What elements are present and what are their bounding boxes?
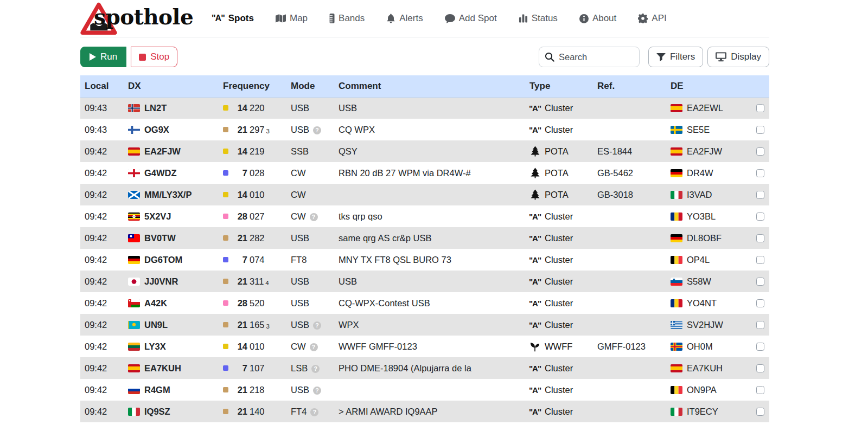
spot-checkbox[interactable] [756,234,764,242]
filters-button[interactable]: Filters [648,47,703,67]
table-row[interactable]: 09:42 JJ0VNR 21 311 4 USB USB "A"Cluster… [80,271,769,292]
run-button[interactable]: Run [80,47,126,67]
filters-button-label: Filters [670,51,695,62]
bands-icon [329,14,335,23]
flag-aland-icon [671,343,682,351]
spot-checkbox-cell [746,227,769,249]
spot-ref: GMFF-0123 [593,336,666,357]
mode-label: USB [291,276,309,286]
spot-type-cell: POTA [525,162,593,184]
frequency-khz: 219 [250,146,265,157]
table-row[interactable]: 09:42 BV0TW 21 282 USB same qrg AS cr&p … [80,227,769,249]
spot-comment: RBN 20 dB 27 WPM via DR4W-# [334,162,525,184]
spot-checkbox[interactable] [756,256,764,264]
nav-item-map[interactable]: Map [276,13,308,24]
spot-dx-cell: OG9X [124,119,219,140]
display-button[interactable]: Display [707,47,769,67]
cluster-antenna-icon: "A" [529,277,540,286]
stop-button[interactable]: Stop [131,47,177,67]
de-callsign: DL8OBF [687,233,722,243]
spot-checkbox[interactable] [756,343,764,351]
spot-type-cell: "A"Cluster [525,314,593,336]
spot-de-cell: EA2EWL [666,97,746,119]
spot-comment [334,379,525,401]
spot-checkbox[interactable] [756,278,764,286]
mode-label: LSB [291,363,308,373]
nav-item-status[interactable]: Status [519,13,558,24]
frequency-khz: 010 [250,190,265,200]
table-row[interactable]: 09:43 LN2T 14 220 USB USB "A"Cluster EA2… [80,97,769,119]
spot-ref: ES-1844 [593,140,666,162]
spot-mode-cell: CW [286,184,334,205]
pota-tree-icon [529,168,540,178]
spot-ref [593,379,666,401]
table-row[interactable]: 09:42 EA2FJW 14 219 SSB QSY POTA ES-1844… [80,140,769,162]
frequency-khz: 311 [250,276,264,287]
spot-checkbox[interactable] [756,126,764,134]
frequency-khz: 297 [250,125,265,135]
spot-checkbox-cell [746,401,769,422]
spot-ref [593,205,666,227]
type-label: WWFF [545,342,572,352]
table-row[interactable]: 09:42 A42K 28 520 USB CQ-WPX-Contest USB… [80,292,769,314]
table-row[interactable]: 09:42 5X2VJ 28 027 CW? tks qrp qso "A"Cl… [80,205,769,227]
mode-label: FT4 [291,407,307,416]
spot-mode-cell: USB [286,292,334,314]
table-row[interactable]: 09:42 EA7KUH 7 107 LSB? PHO DME-18904 (A… [80,357,769,379]
table-row[interactable]: 09:42 IQ9SZ 21 140 FT4? > ARMI AWARD IQ9… [80,401,769,422]
nav-item-add-spot[interactable]: Add Spot [445,13,497,24]
spot-checkbox[interactable] [756,169,764,177]
table-row[interactable]: 09:42 LY3X 14 010 CW? WWFF GMFF-0123 WWF… [80,336,769,357]
de-callsign: YO4NT [687,298,717,308]
spot-type-cell: "A"Cluster [525,205,593,227]
spot-local-time: 09:42 [80,249,124,271]
mode-label: USB [291,320,309,330]
flag-norway-icon [128,104,140,112]
spot-checkbox[interactable] [756,299,764,307]
type-label: Cluster [545,125,573,135]
table-row[interactable]: 09:42 UN9L 21 165 3 USB? WPX "A"Cluster … [80,314,769,336]
spot-mode-cell: FT8 [286,249,334,271]
mode-label: CW [291,168,306,178]
dx-callsign: LY3X [144,342,166,351]
dx-callsign: A42K [144,298,167,308]
spot-frequency-cell: 28 027 [219,205,286,227]
flag-kazakhstan-icon [128,321,140,329]
table-row[interactable]: 09:42 R4GM 21 218 USB? "A"Cluster ON9PA [80,379,769,401]
search-icon [545,52,554,64]
spot-checkbox[interactable] [756,147,764,156]
table-row[interactable]: 09:42 DG6TOM 7 074 FT8 MNY TX FT8 QSL BU… [80,249,769,271]
band-color-swatch [223,300,228,306]
spot-checkbox[interactable] [756,212,764,221]
spot-type-cell: "A"Cluster [525,379,593,401]
frequency-khz: 140 [250,407,265,417]
table-row[interactable]: 09:42 G4WDZ 7 028 CW RBN 20 dB 27 WPM vi… [80,162,769,184]
spot-checkbox[interactable] [756,386,764,394]
band-color-swatch [223,214,228,219]
monitor-icon [716,52,726,62]
spot-frequency-cell: 21 140 [219,401,286,422]
table-row[interactable]: 09:42 MM/LY3X/P 14 010 CW POTA GB-3018 I… [80,184,769,205]
spot-checkbox[interactable] [756,321,764,329]
spot-local-time: 09:42 [80,379,124,401]
mode-label: CW [291,211,306,221]
spot-checkbox[interactable] [756,191,764,199]
nav-item-api[interactable]: API [638,13,666,24]
nav-item-bands[interactable]: Bands [329,13,365,24]
nav-item-spots[interactable]: "A" Spots [212,13,254,24]
flag-spain-icon [671,104,682,112]
spot-dx-cell: MM/LY3X/P [124,184,219,205]
nav-item-alerts[interactable]: Alerts [386,13,423,24]
de-callsign: I3VAD [687,190,712,199]
de-callsign: ON9PA [687,385,717,395]
spot-dx-cell: EA2FJW [124,140,219,162]
table-row[interactable]: 09:43 OG9X 21 297 3 USB? CQ WPX "A"Clust… [80,119,769,140]
frequency-mhz: 21 [233,385,247,395]
spot-checkbox[interactable] [756,408,764,416]
cluster-antenna-icon: "A" [529,385,540,395]
spot-checkbox[interactable] [756,364,764,372]
spot-checkbox[interactable] [756,104,764,112]
frequency-khz: 074 [250,255,265,265]
brand-logo[interactable]: spothole [80,1,187,36]
nav-item-about[interactable]: About [579,13,616,24]
